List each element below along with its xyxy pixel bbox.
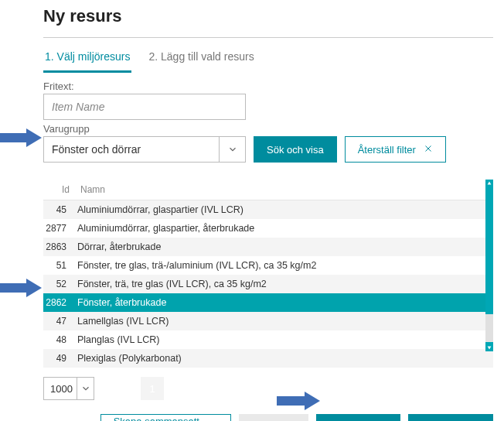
row-name: Aluminiumdörrar, glaspartier, återbrukad… — [76, 223, 493, 234]
left-gutter — [0, 0, 32, 421]
row-id: 47 — [43, 316, 76, 327]
table-row[interactable]: 51Fönster, tre glas, trä-/aluminium (IVL… — [43, 256, 493, 275]
row-name: Lamellglas (IVL LCR) — [76, 316, 493, 327]
divider — [43, 37, 493, 38]
row-id: 49 — [43, 353, 76, 364]
col-id-header: Id — [46, 184, 79, 195]
row-name: Fönster, tre glas, trä-/aluminium (IVL L… — [76, 260, 493, 271]
row-id: 51 — [43, 260, 76, 271]
scrollbar[interactable] — [485, 180, 493, 351]
reset-filter-button[interactable]: Återställ filter — [345, 136, 446, 163]
row-id: 48 — [43, 334, 76, 345]
row-id: 2862 — [43, 297, 76, 308]
reset-filter-label: Återställ filter — [358, 144, 416, 156]
scroll-up-icon[interactable] — [485, 180, 493, 187]
wizard-tabs: 1. Välj miljöresurs 2. Lägg till vald re… — [43, 46, 493, 73]
row-id: 45 — [43, 204, 76, 215]
svg-marker-3 — [488, 346, 492, 349]
row-name: Fönster, återbrukade — [76, 297, 493, 308]
pager: 1000 1 — [43, 377, 493, 400]
tab-select-resource[interactable]: 1. Välj miljöresurs — [43, 46, 131, 73]
row-name: Dörrar, återbrukade — [76, 241, 493, 252]
row-id: 52 — [43, 279, 76, 289]
table-header: Id Namn — [43, 180, 493, 200]
table-row[interactable]: 47Lamellglas (IVL LCR) — [43, 312, 493, 330]
varugrupp-label: Varugrupp — [43, 123, 493, 135]
back-button[interactable]: Tillbaka — [239, 414, 308, 421]
table-row[interactable]: 2877Aluminiumdörrar, glaspartier, återbr… — [43, 219, 493, 238]
freetext-label: Fritext: — [43, 80, 493, 92]
chevron-down-icon — [219, 137, 245, 162]
table-row[interactable]: 52Fönster, trä, tre glas (IVL LCR), ca 3… — [43, 275, 493, 293]
table-row[interactable]: 48Planglas (IVL LCR) — [43, 330, 493, 349]
scrollbar-thumb[interactable] — [485, 314, 493, 342]
table-row[interactable]: 49Plexiglas (Polykarbonat) — [43, 349, 493, 368]
svg-marker-2 — [488, 182, 492, 185]
create-composite-button[interactable]: Skapa sammansatt resurs — [100, 414, 231, 421]
search-button[interactable]: Sök och visa — [254, 136, 337, 163]
row-id: 2877 — [43, 223, 76, 234]
close-icon — [424, 144, 433, 156]
col-name-header: Namn — [79, 184, 493, 195]
row-name: Aluminiumdörrar, glaspartier (IVL LCR) — [76, 204, 493, 215]
row-name: Fönster, trä, tre glas (IVL LCR), ca 35 … — [76, 279, 493, 289]
page-size-select[interactable]: 1000 — [43, 377, 94, 400]
scroll-down-icon[interactable] — [485, 344, 493, 351]
next-button[interactable]: Nästa — [316, 414, 401, 421]
page-size-value: 1000 — [44, 383, 77, 395]
varugrupp-select[interactable]: Fönster och dörrar — [43, 136, 246, 163]
table-body: 45Aluminiumdörrar, glaspartier (IVL LCR)… — [43, 200, 493, 368]
table-row[interactable]: 45Aluminiumdörrar, glaspartier (IVL LCR) — [43, 200, 493, 219]
table-row[interactable]: 2863Dörrar, återbrukade — [43, 238, 493, 256]
footer-actions: Skapa sammansatt resurs Tillbaka Nästa A… — [43, 414, 493, 421]
page-number[interactable]: 1 — [141, 377, 164, 400]
row-name: Plexiglas (Polykarbonat) — [76, 353, 493, 364]
row-id: 2863 — [43, 241, 76, 252]
results-table: Id Namn 45Aluminiumdörrar, glaspartier (… — [43, 180, 493, 368]
row-name: Planglas (IVL LCR) — [76, 334, 493, 345]
page-title: Ny resurs — [43, 6, 493, 26]
cancel-button[interactable]: Avbryt — [408, 414, 493, 421]
table-row[interactable]: 2862Fönster, återbrukade — [43, 293, 493, 312]
chevron-down-icon — [77, 378, 94, 399]
varugrupp-value: Fönster och dörrar — [44, 143, 219, 156]
freetext-input[interactable] — [43, 94, 246, 120]
tab-add-resource[interactable]: 2. Lägg till vald resurs — [147, 46, 255, 73]
